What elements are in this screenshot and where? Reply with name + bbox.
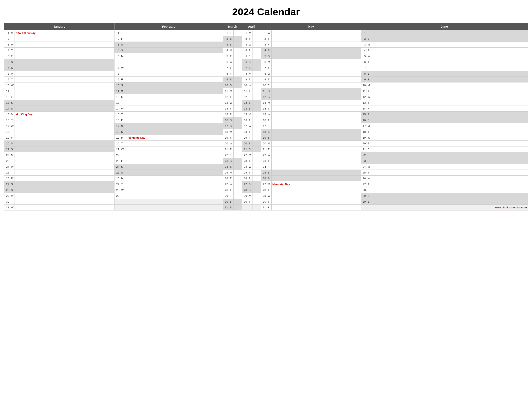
day-letter-may-21: T	[267, 146, 271, 152]
website-link[interactable]: www.blank-calendar.com	[371, 205, 528, 210]
day-letter-jan-7: S	[10, 65, 15, 71]
day-letter-feb-11: S	[120, 88, 125, 94]
holiday-cell-apr-15	[253, 112, 261, 117]
day-letter-jun-24: M	[367, 164, 371, 170]
holiday-cell-apr-30	[253, 199, 261, 205]
holiday-cell-jan-31	[15, 205, 114, 210]
day-letter-jun-2: S	[367, 36, 371, 42]
day-num-apr-19: 19	[242, 135, 248, 141]
day-letter-mar-15: F	[229, 112, 233, 117]
holiday-cell-jun-3	[371, 42, 528, 48]
day-num-feb-6: 6	[114, 59, 120, 65]
day-letter-mar-12: T	[229, 94, 233, 100]
holiday-cell-jun-24	[371, 164, 528, 170]
day-letter-may-30: T	[267, 199, 271, 205]
day-letter-mar-20: W	[229, 141, 233, 146]
day-num-mar-24: 24	[223, 164, 229, 170]
holiday-cell-jun-23	[371, 158, 528, 164]
day-num-feb-5: 5	[114, 53, 120, 59]
holiday-cell-may-4	[271, 48, 361, 53]
day-letter-jan-22: M	[10, 152, 15, 158]
holiday-cell-mar-5	[233, 53, 242, 59]
day-letter-may-19: S	[267, 135, 271, 141]
holiday-cell-may-21	[271, 146, 361, 152]
day-num-apr-4: 4	[242, 48, 248, 53]
day-num-mar-15: 15	[223, 112, 229, 117]
holiday-cell-apr-14	[253, 106, 261, 112]
day-num-may-23: 23	[261, 158, 267, 164]
day-letter-jan-12: F	[10, 94, 15, 100]
day-num-mar-12: 12	[223, 94, 229, 100]
holiday-cell-feb-27	[125, 182, 223, 187]
day-letter-apr-12: F	[248, 94, 253, 100]
day-letter-jan-14: S	[10, 106, 15, 112]
holiday-cell-may-15	[271, 112, 361, 117]
day-letter-apr-18: T	[248, 129, 253, 135]
day-letter-apr-14: S	[248, 106, 253, 112]
day-num-apr-21: 21	[242, 146, 248, 152]
day-num-feb-17: 17	[114, 123, 120, 129]
holiday-cell-jan-1: New Year's Day	[15, 30, 114, 36]
holiday-cell-feb-6	[125, 59, 223, 65]
holiday-cell-apr-20	[253, 141, 261, 146]
day-num-mar-18: 18	[223, 129, 229, 135]
holiday-cell-mar-8	[233, 71, 242, 77]
empty-holiday	[125, 205, 223, 210]
day-letter-may-11: S	[267, 88, 271, 94]
day-num-jun-24: 24	[361, 164, 367, 170]
empty-day-num	[114, 199, 120, 205]
day-num-jan-30: 30	[4, 199, 10, 205]
day-letter-mar-30: S	[229, 199, 233, 205]
day-num-jan-9: 9	[4, 77, 10, 83]
day-num-jan-21: 21	[4, 146, 10, 152]
holiday-cell-may-25	[271, 170, 361, 176]
holiday-cell-may-24	[271, 164, 361, 170]
day-letter-feb-3: S	[120, 42, 125, 48]
day-num-jan-2: 2	[4, 36, 10, 42]
day-letter-apr-4: T	[248, 48, 253, 53]
holiday-cell-jan-24	[15, 164, 114, 170]
holiday-cell-jan-28	[15, 187, 114, 193]
day-num-may-30: 30	[261, 199, 267, 205]
holiday-cell-mar-22	[233, 152, 242, 158]
day-num-may-25: 25	[261, 170, 267, 176]
day-letter-feb-8: T	[120, 71, 125, 77]
holiday-cell-mar-3	[233, 42, 242, 48]
day-num-may-4: 4	[261, 48, 267, 53]
day-num-apr-30: 30	[242, 199, 248, 205]
day-num-feb-21: 21	[114, 146, 120, 152]
empty-holiday	[253, 205, 261, 210]
day-letter-may-17: F	[267, 123, 271, 129]
day-letter-mar-7: T	[229, 65, 233, 71]
day-num-apr-17: 17	[242, 123, 248, 129]
day-letter-apr-10: W	[248, 83, 253, 88]
day-num-feb-29: 29	[114, 193, 120, 199]
day-num-may-10: 10	[261, 83, 267, 88]
holiday-cell-may-16	[271, 117, 361, 123]
holiday-cell-jun-10	[371, 83, 528, 88]
day-num-feb-20: 20	[114, 141, 120, 146]
holiday-cell-mar-27	[233, 182, 242, 187]
day-letter-may-14: T	[267, 106, 271, 112]
day-num-may-18: 18	[261, 129, 267, 135]
holiday-cell-jun-1	[371, 30, 528, 36]
day-num-jan-25: 25	[4, 170, 10, 176]
empty-day-letter	[120, 205, 125, 210]
holiday-cell-apr-8	[253, 71, 261, 77]
holiday-cell-jan-12	[15, 94, 114, 100]
day-num-mar-4: 4	[223, 48, 229, 53]
day-num-feb-15: 15	[114, 112, 120, 117]
day-letter-may-3: F	[267, 42, 271, 48]
holiday-cell-may-2	[271, 36, 361, 42]
day-letter-mar-29: F	[229, 193, 233, 199]
day-letter-jan-4: T	[10, 48, 15, 53]
day-num-jun-18: 18	[361, 129, 367, 135]
day-num-mar-30: 30	[223, 199, 229, 205]
holiday-cell-jan-2	[15, 36, 114, 42]
day-num-jun-26: 26	[361, 176, 367, 182]
day-letter-feb-26: M	[120, 176, 125, 182]
holiday-cell-feb-15	[125, 112, 223, 117]
holiday-cell-jan-15: M L King Day	[15, 112, 114, 117]
day-num-mar-31: 31	[223, 205, 229, 210]
day-letter-apr-1: M	[248, 30, 253, 36]
